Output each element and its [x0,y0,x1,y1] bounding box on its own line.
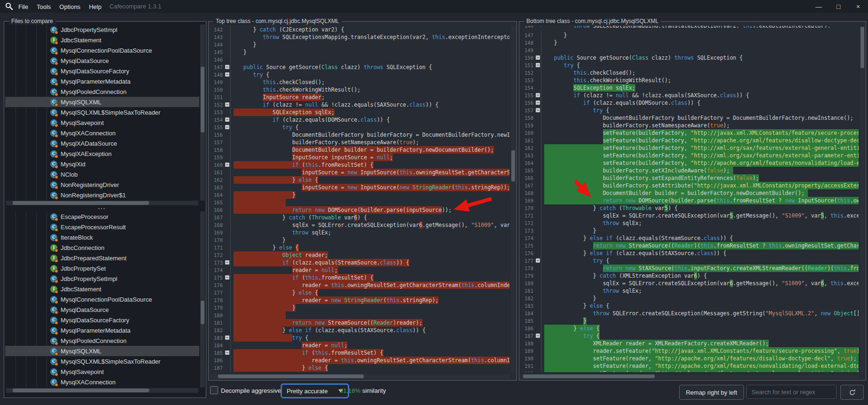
line-number: 149 [520,47,535,54]
tree-splitter-handle[interactable]: ••• [5,205,199,211]
right-code-vscrollbar[interactable] [860,26,865,372]
tree-item-label: JdbcStatement [61,286,102,293]
code-line: 171 } else { [210,244,509,251]
bottom-tree-hscrollbar[interactable] [6,388,198,393]
top-class-code-view[interactable]: 142 } catch (CJException var2) {143 thro… [210,26,509,372]
code-line: 188 XMLReader reader = XMLReaderFactory.… [520,340,859,347]
tree-item[interactable]: CMysqlXAException [5,148,199,159]
top-file-tree[interactable]: CJdbcPropertySetImplIJdbcStatementCMysql… [5,24,199,201]
tree-item[interactable]: CMysqlXAConnection [5,377,199,387]
fold-collapse-icon[interactable]: − [536,101,540,105]
tree-item[interactable]: CMysqlDataSource [5,55,199,66]
close-button[interactable]: × [848,0,868,13]
remap-right-by-left-button[interactable]: Remap right by left [679,385,744,400]
tree-item[interactable]: CMysqlXid [5,159,199,169]
tree-item[interactable]: CMysqlConnectionPoolDataSource [5,294,199,304]
code-line: 168 DocumentBuilder builder = builderFac… [520,189,859,197]
tree-item[interactable]: CMysqlSQLXML [5,346,199,356]
maximize-button[interactable]: □ [829,0,848,13]
tree-item[interactable]: CJdbcPropertySetImpl [5,273,199,284]
tree-item[interactable]: IJdbcPreparedStatement [5,253,199,263]
search-input[interactable] [746,385,837,399]
tree-item[interactable]: CMysqlSQLXML$SimpleSaxToReader [5,107,199,117]
tree-item[interactable]: CMysqlXADataSource [5,138,199,148]
menu-items: FileToolsOptionsHelp [14,2,106,11]
tree-item[interactable]: IJdbcStatement [5,35,199,45]
tree-item[interactable]: CEscapeProcessorResult [5,222,199,232]
tree-item[interactable]: CMysqlDataSourceFactory [5,66,199,76]
fold-collapse-icon[interactable]: − [225,260,229,265]
refresh-button[interactable] [840,385,864,400]
fold-collapse-icon[interactable]: − [536,55,540,60]
scrollbar-thumb[interactable] [201,301,204,324]
menu-item-tools[interactable]: Tools [32,2,55,12]
line-number: 173 [210,259,225,266]
tree-item[interactable]: IJdbcPropertySet [5,263,199,273]
fold-collapse-icon[interactable]: − [536,334,540,338]
code-line: 178 reader = new StringReader(this.strin… [210,296,509,304]
scrollbar-thumb[interactable] [201,67,204,132]
scrollbar-thumb[interactable] [13,201,149,205]
scrollbar-thumb[interactable] [13,389,149,392]
bottom-file-tree[interactable]: CEscapeProcessorCEscapeProcessorResultCI… [5,211,199,387]
tree-item[interactable]: CNonRegisteringDriver$1 [5,190,199,200]
tree-item[interactable]: CMysqlParameterMetadata [5,76,199,86]
bottom-tree-vscrollbar[interactable] [200,211,205,387]
mid-code-vscrollbar[interactable] [511,26,516,372]
menu-item-help[interactable]: Help [85,2,106,12]
right-code-hscrollbar[interactable] [520,374,859,379]
decompile-aggressively-checkbox[interactable] [210,386,218,394]
fold-collapse-icon[interactable]: − [225,125,229,129]
menu-item-options[interactable]: Options [55,2,85,12]
fold-collapse-icon[interactable]: − [536,93,540,97]
code-line-text: } else if (clazz.equals(StAXSource.class… [541,249,859,257]
scrollbar-thumb[interactable] [860,27,864,68]
fold-collapse-icon[interactable]: − [225,350,229,355]
fold-gutter: − [225,274,230,281]
fold-collapse-icon[interactable]: − [225,72,229,77]
fold-collapse-icon[interactable]: − [225,335,229,340]
tree-item[interactable]: IJdbcStatement [5,284,199,294]
tree-item[interactable]: CMysqlPooledConnection [5,86,199,97]
tree-item[interactable]: CIterateBlock [5,232,199,242]
tree-item[interactable]: CMysqlSavepoint [5,117,199,128]
tree-item[interactable]: IJdbcConnection [5,242,199,253]
fold-collapse-icon[interactable]: − [225,102,229,107]
tree-item[interactable]: CNClob [5,169,199,179]
fold-collapse-icon[interactable]: − [536,63,540,67]
fold-collapse-icon[interactable]: − [225,275,229,280]
tree-item[interactable]: CMysqlPooledConnection [5,335,199,346]
tree-item[interactable]: CMysqlConnectionPoolDataSource [5,45,199,55]
fold-collapse-icon[interactable]: − [225,163,229,167]
tree-item[interactable]: CNonRegisteringDriver [5,179,199,190]
accuracy-dropdown[interactable]: Pretty accurate [281,383,349,398]
top-tree-vscrollbar[interactable] [200,24,205,201]
scrollbar-thumb[interactable] [218,374,364,378]
menu-item-file[interactable]: File [14,2,32,12]
fold-collapse-icon[interactable]: − [225,65,229,69]
code-line: 170 } [210,236,509,244]
tree-item[interactable]: CMysqlDataSourceFactory [5,315,199,325]
fold-gutter [225,176,230,184]
scrollbar-thumb[interactable] [523,374,655,378]
code-line-text [230,199,509,206]
tree-item[interactable]: CMysqlSQLXML$SimpleSaxToReader [5,356,199,366]
tree-item[interactable]: CMysqlSavepoint [5,366,199,377]
tree-item[interactable]: CMysqlParameterMetadata [5,325,199,335]
tree-item[interactable]: CMysqlXAConnection [5,128,199,138]
minimize-button[interactable]: — [809,0,829,13]
scrollbar-thumb[interactable] [511,150,515,181]
tree-item[interactable]: CEscapeProcessor [5,211,199,222]
tree-item[interactable]: CMysqlDataSource [5,304,199,315]
tree-item[interactable]: CMysqlSQLXML [5,97,199,107]
fold-collapse-icon[interactable]: − [536,258,540,263]
mid-code-hscrollbar[interactable] [210,374,510,379]
code-line: 156− if (clazz.equals(DOMSource.class)) … [520,99,859,107]
fold-gutter [535,212,541,219]
fold-collapse-icon[interactable]: − [536,108,540,112]
code-line: 176 } else if (clazz.equals(StAXSource.c… [520,249,859,257]
bottom-class-code-view[interactable]: 146 throw SQLExceptionsMapping.translate… [520,26,859,372]
top-tree-hscrollbar[interactable] [6,201,198,205]
tree-item[interactable]: CJdbcPropertySetImpl [5,24,199,35]
fold-collapse-icon[interactable]: − [225,117,229,122]
